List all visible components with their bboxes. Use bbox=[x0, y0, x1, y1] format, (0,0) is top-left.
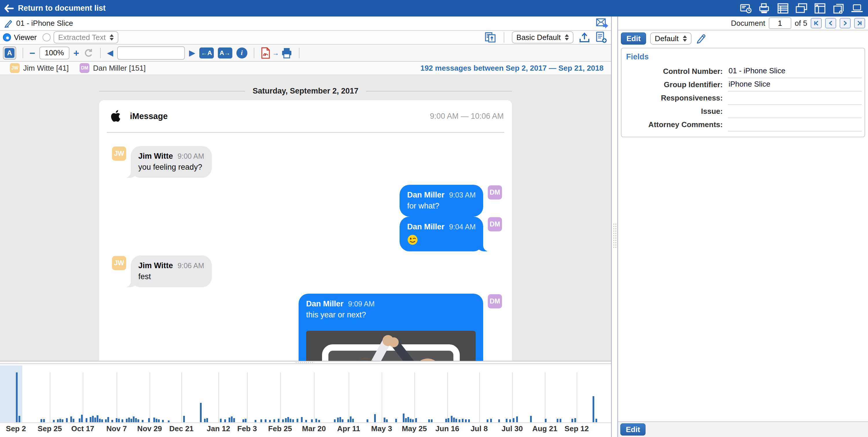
timeline-bar[interactable] bbox=[66, 418, 68, 422]
timeline-bar[interactable] bbox=[513, 418, 515, 422]
add-document-icon[interactable] bbox=[595, 32, 607, 43]
edit-button[interactable]: Edit bbox=[621, 32, 646, 45]
timeline-bar[interactable] bbox=[99, 419, 101, 422]
info-icon[interactable]: i bbox=[237, 48, 247, 58]
timeline-bar[interactable] bbox=[156, 419, 157, 422]
print-queue-icon[interactable] bbox=[758, 3, 770, 14]
timeline-bar[interactable] bbox=[19, 416, 20, 422]
timeline-bar[interactable] bbox=[105, 419, 107, 422]
timeline-bar[interactable] bbox=[468, 419, 470, 422]
previous-document-button[interactable] bbox=[825, 18, 836, 28]
zoom-level-input[interactable] bbox=[39, 47, 69, 59]
timeline-bar[interactable] bbox=[367, 419, 368, 422]
timeline-bar[interactable] bbox=[318, 420, 320, 422]
next-document-button[interactable] bbox=[840, 18, 850, 28]
timeline-chart[interactable]: Sep 2Sep 25Oct 17Nov 7Nov 29Dec 21Jan 12… bbox=[0, 364, 611, 437]
timeline-bar[interactable] bbox=[57, 419, 59, 422]
timeline-bar[interactable] bbox=[162, 420, 164, 422]
chat-message[interactable]: JW Jim Witte9:00 AM you feeling ready? bbox=[112, 146, 212, 178]
timeline-bar[interactable] bbox=[112, 420, 113, 422]
timeline-bar[interactable] bbox=[571, 419, 573, 422]
timeline-bar[interactable] bbox=[447, 418, 450, 422]
timeline-bar[interactable] bbox=[462, 419, 464, 422]
timeline-bar[interactable] bbox=[342, 419, 343, 422]
timeline-bar[interactable] bbox=[574, 418, 576, 422]
timeline-selection-region[interactable] bbox=[0, 366, 22, 422]
high-five-gif-attachment[interactable] bbox=[306, 331, 476, 361]
upload-icon[interactable] bbox=[579, 32, 590, 43]
timeline-bar[interactable] bbox=[81, 415, 83, 422]
timeline-bar[interactable] bbox=[557, 419, 558, 422]
timeline-bar[interactable] bbox=[415, 418, 417, 422]
timeline-bar[interactable] bbox=[204, 419, 206, 422]
laptop-icon[interactable] bbox=[851, 3, 863, 14]
viewer-search-input[interactable] bbox=[117, 46, 185, 60]
popout-window-icon[interactable] bbox=[833, 3, 844, 14]
document-number-input[interactable] bbox=[769, 18, 791, 29]
edit-pencil-icon[interactable] bbox=[3, 19, 13, 28]
timeline-bar[interactable] bbox=[122, 419, 123, 422]
chat-message[interactable]: Dan Miller9:03 AM for what? DM bbox=[400, 185, 502, 216]
timeline-bar[interactable] bbox=[116, 418, 118, 422]
footer-edit-button[interactable]: Edit bbox=[620, 424, 646, 436]
timeline-bar[interactable] bbox=[128, 417, 130, 422]
timeline-bar[interactable] bbox=[43, 419, 45, 422]
timeline-bar[interactable] bbox=[224, 419, 226, 422]
timeline-bar[interactable] bbox=[153, 417, 155, 422]
timeline-bar[interactable] bbox=[90, 417, 91, 422]
zoom-out-button[interactable]: − bbox=[30, 48, 35, 58]
timeline-bar[interactable] bbox=[137, 419, 139, 422]
timeline-bar[interactable] bbox=[94, 417, 96, 422]
next-hit-arrow-button[interactable]: ▶ bbox=[189, 48, 195, 58]
timeline-bar[interactable] bbox=[506, 419, 507, 422]
timeline-bar[interactable] bbox=[133, 416, 134, 422]
timeline-bar[interactable] bbox=[412, 419, 414, 422]
timeline-bar[interactable] bbox=[456, 419, 457, 422]
timeline-bar[interactable] bbox=[130, 419, 132, 422]
zoom-in-button[interactable]: + bbox=[73, 48, 79, 58]
timeline-bar[interactable] bbox=[490, 419, 492, 422]
timeline-bar[interactable] bbox=[245, 419, 247, 422]
timeline-bar[interactable] bbox=[337, 417, 339, 422]
timeline-bar[interactable] bbox=[158, 419, 160, 422]
timeline-bar[interactable] bbox=[530, 416, 532, 422]
timeline-bar[interactable] bbox=[200, 403, 202, 422]
timeline-bar[interactable] bbox=[70, 416, 72, 422]
timeline-bar[interactable] bbox=[273, 419, 275, 422]
timeline-bar[interactable] bbox=[278, 419, 279, 422]
copy-windows-icon[interactable] bbox=[796, 3, 807, 14]
timeline-bar[interactable] bbox=[233, 418, 235, 422]
timeline-bar[interactable] bbox=[453, 417, 455, 422]
timeline-bar[interactable] bbox=[73, 419, 74, 422]
chat-message[interactable]: JW Jim Witte9:06 AM fest bbox=[112, 256, 212, 287]
timeline-bar[interactable] bbox=[59, 419, 61, 422]
timeline-bar[interactable] bbox=[428, 419, 430, 422]
timeline-bar[interactable] bbox=[265, 419, 267, 422]
usage-info-icon[interactable] bbox=[740, 3, 752, 14]
timeline-bar[interactable] bbox=[445, 419, 447, 422]
timeline-bar[interactable] bbox=[16, 372, 18, 422]
viewer-mode-radio[interactable] bbox=[3, 33, 11, 41]
chat-message[interactable]: Dan Miller9:09 AM this year or next? bbox=[299, 294, 502, 361]
timeline-bar[interactable] bbox=[92, 416, 94, 422]
last-document-button[interactable] bbox=[854, 18, 865, 28]
timeline-bar[interactable] bbox=[285, 418, 287, 422]
timeline-bar[interactable] bbox=[86, 418, 87, 422]
timeline-bar[interactable] bbox=[545, 419, 547, 422]
timeline-bar[interactable] bbox=[243, 419, 244, 422]
timeline-bar[interactable] bbox=[315, 419, 317, 422]
timeline-bar[interactable] bbox=[142, 420, 144, 422]
timeline-bar[interactable] bbox=[560, 419, 561, 422]
coding-layout-select[interactable]: Default bbox=[650, 32, 691, 45]
panel-layout-icon[interactable] bbox=[814, 3, 826, 14]
timeline-bar[interactable] bbox=[135, 418, 137, 422]
timeline-bar[interactable] bbox=[459, 419, 460, 422]
panel-splitter[interactable] bbox=[611, 17, 618, 437]
timeline-bar[interactable] bbox=[148, 418, 150, 422]
timeline-bar[interactable] bbox=[206, 418, 208, 422]
timeline-bar[interactable] bbox=[339, 417, 341, 422]
viewer-layout-select[interactable]: Basic Default bbox=[512, 31, 574, 43]
timeline-bar[interactable] bbox=[334, 419, 336, 422]
grid-view-icon[interactable] bbox=[777, 3, 789, 14]
save-as-pdf-print-button[interactable]: → bbox=[261, 47, 292, 59]
